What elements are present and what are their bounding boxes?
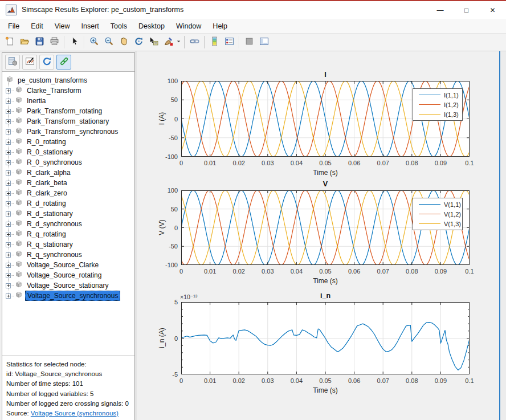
expand-plus-icon[interactable] [6,129,11,134]
tree-item-pe_custom_transforms[interactable]: pe_custom_transforms [2,75,89,85]
tree-item-Voltage_Source_Clarke[interactable]: Voltage_Source_Clarke [2,260,100,270]
legend-entry: V(1,3) [413,219,462,229]
expand-plus-icon[interactable] [6,88,11,93]
expand-plus-icon[interactable] [6,283,11,288]
expand-plus-icon[interactable] [6,273,11,278]
menu-edit[interactable]: Edit [25,20,49,32]
expand-plus-icon[interactable] [6,252,11,258]
options-button[interactable] [5,55,20,70]
legend-box[interactable]: V(1,1)V(1,2)V(1,3) [413,198,463,230]
tree-item-R_d_stationary[interactable]: R_d_stationary [2,209,75,219]
pan-button[interactable] [116,35,131,50]
expand-plus-icon[interactable] [6,150,11,155]
expand-plus-icon[interactable] [6,191,11,196]
menu-insert[interactable]: Insert [76,20,105,32]
legend-label: I(1,2) [444,101,459,108]
tree-item-R_q_rotating[interactable]: R_q_rotating [2,229,68,239]
x-tick-label: 0.04 [291,268,303,275]
tree-item-Voltage_Source_stationary[interactable]: Voltage_Source_stationary [2,280,110,291]
tree-item-R_clark_beta[interactable]: R_clark_beta [2,178,69,188]
menu-tools[interactable]: Tools [105,20,133,32]
maximize-button[interactable]: □ [454,1,479,19]
tree-connector [11,183,14,184]
rotate-3d-button[interactable] [131,35,146,50]
brush-button[interactable] [161,35,176,50]
menu-window[interactable]: Window [170,20,207,32]
zoom-in-button[interactable] [87,35,101,50]
expand-plus-icon[interactable] [6,232,11,237]
expand-plus-icon[interactable] [6,181,11,186]
brush-dropdown-icon [176,36,182,48]
link-button[interactable] [56,55,71,70]
cube-icon [15,147,23,157]
menu-view[interactable]: View [49,20,76,32]
menu-file[interactable]: File [2,20,25,32]
tree-item-Voltage_Source_rotating[interactable]: Voltage_Source_rotating [2,270,103,280]
expand-plus-icon[interactable] [6,170,11,176]
tree-item-R_0_stationary[interactable]: R_0_stationary [2,147,75,157]
pointer-button[interactable] [67,35,81,50]
tree-item-Park_Transform_synchronous[interactable]: Park_Transform_synchronous [2,127,120,137]
open-button[interactable] [17,35,32,50]
show-plot-tools-button[interactable] [256,35,271,50]
tree-item-R_0_rotating[interactable]: R_0_rotating [2,137,68,147]
reload-button[interactable] [39,55,54,70]
insert-colorbar-button[interactable] [207,35,222,50]
x-tick-label: 0.04 [291,160,303,166]
tree-item-Voltage_Source_synchronous[interactable]: Voltage_Source_synchronous [2,291,120,301]
stats-source-link[interactable]: Voltage Source (synchronous) [31,410,119,417]
cube-icon [15,198,23,209]
cube-icon [15,116,23,127]
tree-item-Park_Transform_stationary[interactable]: Park_Transform_stationary [2,116,111,127]
tree-item-R_q_synchronous[interactable]: R_q_synchronous [2,250,84,260]
tree-item-R_0_synchronous[interactable]: R_0_synchronous [2,157,84,168]
edit-plot-button[interactable] [22,55,37,70]
y-tick-label: 50 [158,96,178,103]
menu-help[interactable]: Help [207,20,233,32]
expand-plus-icon[interactable] [6,160,11,165]
tree-item-R_q_stationary[interactable]: R_q_stationary [2,239,75,250]
tree-item-R_d_synchronous[interactable]: R_d_synchronous [2,219,84,229]
expand-plus-icon[interactable] [6,263,11,268]
expand-plus-icon[interactable] [6,201,11,206]
print-button[interactable] [47,35,62,50]
tree-item-label: R_0_stationary [25,148,75,157]
data-cursor-button[interactable] [146,35,161,50]
link-plots-button[interactable] [187,35,202,50]
tree-item-Park_Transform_rotating[interactable]: Park_Transform_rotating [2,106,104,116]
stats-line-2: Number of time steps: 101 [6,379,134,389]
expand-plus-icon[interactable] [6,222,11,227]
tree-item-R_clark_alpha[interactable]: R_clark_alpha [2,168,72,178]
tree-connector [11,203,14,204]
x-tick-label: 0.06 [348,160,360,166]
x-tick-label: 0.08 [406,268,418,275]
hide-plot-tools-button[interactable] [242,35,256,50]
y-tick-label: -100 [158,262,178,268]
zoom-out-button[interactable] [101,35,116,50]
new-button[interactable] [2,35,17,50]
close-button[interactable]: ✕ [480,1,505,19]
tree-item-R_d_rotating[interactable]: R_d_rotating [2,198,68,209]
expand-plus-icon[interactable] [6,211,11,217]
x-tick-label: 0.02 [232,268,244,275]
tree-item-Inertia[interactable]: Inertia [2,96,47,106]
tree-item-Clarke_Transform[interactable]: Clarke_Transform [2,85,83,96]
x-tick-label: 0.05 [319,377,331,384]
brush-dropdown-button[interactable] [176,35,182,50]
x-tick-label: 0.02 [232,160,244,166]
tree-item-R_clark_zero[interactable]: R_clark_zero [2,188,69,198]
expand-plus-icon[interactable] [6,119,11,124]
tree-item-label: R_clark_beta [25,178,69,187]
brush-icon [164,36,173,48]
expand-plus-icon[interactable] [6,242,11,247]
menu-desktop[interactable]: Desktop [133,20,170,32]
legend-box[interactable]: I(1,1)I(1,2)I(1,3) [413,88,463,121]
save-button[interactable] [32,35,47,50]
insert-legend-button[interactable] [222,35,236,50]
expand-plus-icon[interactable] [6,293,11,299]
expand-plus-icon[interactable] [6,109,11,114]
y-tick-label: 50 [158,206,178,213]
minimize-button[interactable]: — [427,1,453,19]
expand-plus-icon[interactable] [6,99,11,104]
expand-plus-icon[interactable] [6,140,11,145]
